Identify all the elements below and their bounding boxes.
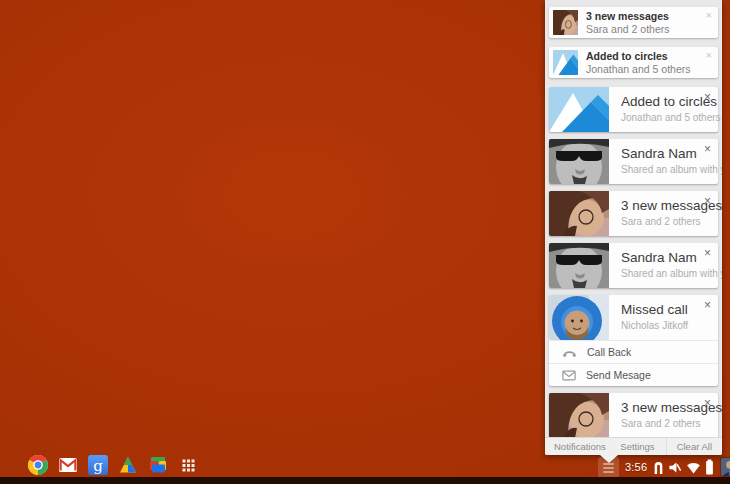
sara-photo [549, 393, 609, 437]
magnet-icon[interactable] [653, 460, 664, 475]
close-icon[interactable]: × [704, 397, 711, 409]
popup-title: Added to circles [586, 50, 691, 62]
action-label: Call Back [587, 346, 631, 358]
google-plus-image [553, 50, 578, 75]
chrome-icon [28, 455, 48, 475]
card-top: 3 new messages Sara and 2 others [549, 393, 718, 437]
gmail-icon [58, 455, 78, 475]
hoodie-image [549, 295, 609, 340]
clock: 3:56 [625, 461, 647, 473]
card-body: Sandra Nam Shared an album with you [609, 243, 718, 288]
notification-center-panel: 3 new messages Sara and 2 others × Added… [545, 0, 722, 455]
card-body: Missed call Nicholas Jitkoff [609, 295, 688, 340]
notification-subtitle: Sara and 2 others [621, 216, 718, 227]
popup-notification[interactable]: Added to circles Jonathan and 5 others × [549, 47, 718, 78]
popup-subtitle: Sara and 2 others [586, 23, 669, 35]
shelf-app-gmail[interactable] [58, 455, 78, 475]
wifi-icon[interactable] [686, 461, 701, 474]
notification-title: Missed call [621, 302, 688, 317]
google-plus-image [549, 87, 609, 132]
magnet-icon [653, 460, 664, 475]
user-avatar-photo [721, 458, 730, 476]
action-label: Send Mesage [586, 369, 651, 381]
close-icon[interactable]: × [706, 9, 712, 21]
phone-icon [562, 347, 577, 358]
sara-image [549, 393, 609, 437]
notification-card[interactable]: 3 new messages Sara and 2 others × [549, 191, 718, 236]
google-docs-icon [148, 455, 168, 475]
popup-title: 3 new messages [586, 10, 669, 22]
apps-grid-icon [181, 458, 196, 473]
popup-text: 3 new messages Sara and 2 others [586, 10, 669, 35]
sara-photo [549, 191, 609, 236]
notification-card[interactable]: Sandra Nam Shared an album with you × [549, 139, 718, 184]
close-icon[interactable]: × [706, 49, 712, 61]
sara-photo [553, 10, 578, 35]
close-icon[interactable]: × [704, 299, 711, 311]
notification-action[interactable]: Send Mesage [549, 363, 718, 386]
card-top: Sandra Nam Shared an album with you [549, 243, 718, 288]
notification-subtitle: Sara and 2 others [621, 418, 718, 429]
notification-list[interactable]: 3 new messages Sara and 2 others × Added… [545, 0, 722, 437]
shelf-app-drive[interactable] [118, 455, 138, 475]
shelf: g [28, 455, 198, 475]
notification-card[interactable]: Added to circles Jonathan and 5 others × [549, 87, 718, 132]
shelf-app-chrome[interactable] [28, 455, 48, 475]
system-tray[interactable]: 3:56 [625, 457, 730, 477]
battery-icon [705, 459, 714, 475]
google-search-icon: g [88, 455, 108, 475]
shelf-app-google-search[interactable]: g [88, 455, 108, 475]
notification-card[interactable]: Missed call Nicholas Jitkoff × Call Back… [549, 295, 718, 386]
card-top: Sandra Nam Shared an album with you [549, 139, 718, 184]
notification-card[interactable]: 3 new messages Sara and 2 others × [549, 393, 718, 437]
shelf-app-docs[interactable] [148, 455, 168, 475]
sandra-image [549, 243, 609, 288]
screen-bezel [0, 477, 730, 484]
sandra-image [549, 139, 609, 184]
volume-muted-icon [668, 460, 682, 475]
svg-text:g: g [93, 457, 103, 475]
close-icon[interactable]: × [704, 91, 711, 103]
notification-footer: Notifications Settings Clear All [545, 437, 722, 455]
shelf-app-apps-grid[interactable] [178, 455, 198, 475]
card-top: Added to circles Jonathan and 5 others [549, 87, 718, 132]
close-icon[interactable]: × [704, 143, 711, 155]
envelope-icon [562, 370, 576, 381]
nicholas-photo [549, 295, 609, 340]
volume-muted-icon[interactable] [668, 460, 682, 475]
card-top: 3 new messages Sara and 2 others [549, 191, 718, 236]
notification-subtitle: Jonathan and 5 others [621, 112, 718, 123]
notification-action[interactable]: Call Back [549, 340, 718, 363]
notification-tray-button[interactable] [598, 457, 619, 478]
gplus-image [549, 87, 609, 132]
close-icon[interactable]: × [704, 195, 711, 207]
notification-card[interactable]: Sandra Nam Shared an album with you × [549, 243, 718, 288]
card-top: Missed call Nicholas Jitkoff [549, 295, 718, 340]
clear-all-button[interactable]: Clear All [666, 438, 722, 455]
card-body: Added to circles Jonathan and 5 others [609, 87, 718, 132]
notification-subtitle: Shared an album with you [621, 164, 718, 175]
popup-subtitle: Jonathan and 5 others [586, 63, 691, 75]
battery-icon[interactable] [705, 459, 714, 475]
notification-subtitle: Nicholas Jitkoff [621, 320, 688, 331]
sara-image [553, 10, 578, 35]
wifi-icon [686, 461, 701, 474]
popup-text: Added to circles Jonathan and 5 others [586, 50, 691, 75]
close-icon[interactable]: × [704, 247, 711, 259]
gplus-image [553, 50, 578, 75]
card-body: 3 new messages Sara and 2 others [609, 393, 718, 437]
sara-image [549, 191, 609, 236]
sandra-photo [549, 243, 609, 288]
card-body: 3 new messages Sara and 2 others [609, 191, 718, 236]
user-avatar[interactable] [721, 458, 730, 476]
popup-notification[interactable]: 3 new messages Sara and 2 others × [549, 7, 718, 38]
notification-subtitle: Shared an album with you [621, 268, 718, 279]
card-body: Sandra Nam Shared an album with you [609, 139, 718, 184]
settings-button[interactable]: Settings [609, 438, 665, 455]
sandra-photo [549, 139, 609, 184]
notifications-label: Notifications [545, 441, 609, 452]
google-drive-icon [118, 455, 138, 475]
